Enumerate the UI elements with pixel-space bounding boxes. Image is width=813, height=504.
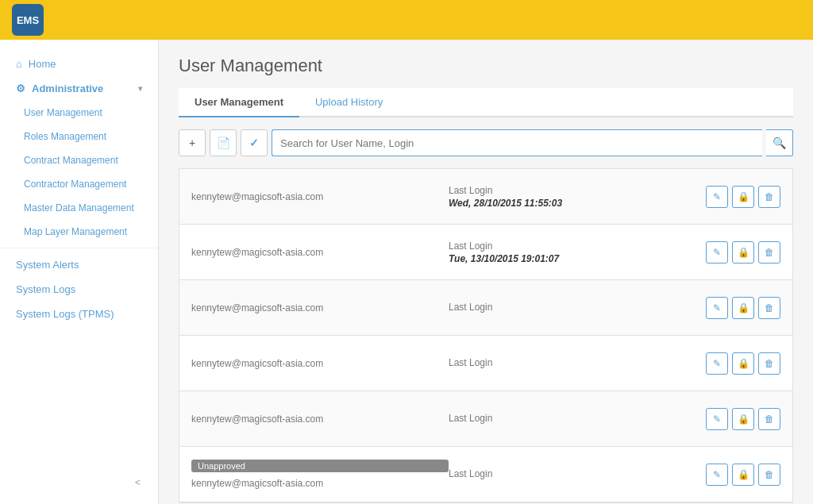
sidebar-item-system-logs[interactable]: System Logs: [0, 277, 158, 302]
sidebar-item-home[interactable]: Home: [0, 52, 158, 76]
last-login-date: Wed, 28/10/2015 11:55:03: [449, 198, 706, 209]
edit-button[interactable]: ✎: [706, 352, 728, 375]
lock-button[interactable]: 🔒: [732, 352, 754, 375]
plus-icon: +: [189, 137, 195, 149]
edit-button[interactable]: ✎: [706, 408, 728, 430]
trash-icon: 🗑: [765, 302, 774, 314]
search-button[interactable]: 🔍: [766, 129, 793, 156]
user-info: kennytew@magicsoft-asia.com: [191, 247, 449, 258]
user-login-info: Last Login: [449, 302, 706, 314]
edit-button[interactable]: ✎: [706, 186, 728, 208]
delete-button[interactable]: 🗑: [758, 464, 780, 486]
user-actions: ✎ 🔒 🗑: [706, 352, 780, 375]
edit-button[interactable]: ✎: [706, 241, 728, 264]
sidebar-item-label: User Management: [24, 107, 102, 118]
sidebar-item-user-management[interactable]: User Management: [0, 101, 158, 125]
doc-button[interactable]: 📄: [210, 129, 237, 156]
table-row: Unapproved kennytew@magicsoft-asia.com L…: [179, 447, 792, 502]
sidebar-collapse-button[interactable]: <: [135, 477, 141, 488]
user-login-info: Last Login: [449, 413, 706, 425]
sidebar-item-label: Contract Management: [24, 155, 118, 166]
sidebar-item-master-data-management[interactable]: Master Data Management: [0, 196, 158, 220]
user-actions: ✎ 🔒 🗑: [706, 186, 780, 208]
table-row: kennytew@magicsoft-asia.com Last Login W…: [179, 169, 792, 225]
page-title: User Management: [179, 56, 793, 76]
sidebar-item-label: Home: [29, 58, 56, 70]
user-email: kennytew@magicsoft-asia.com: [191, 414, 449, 425]
sidebar-item-system-alerts[interactable]: System Alerts: [0, 252, 158, 277]
main-content: User Management User Management Upload H…: [159, 40, 813, 504]
sidebar-item-administrative[interactable]: Administrative ▾: [0, 76, 158, 101]
sidebar-item-label: Contractor Management: [24, 179, 126, 190]
delete-button[interactable]: 🗑: [758, 352, 780, 375]
tab-user-management[interactable]: User Management: [179, 88, 299, 117]
lock-button[interactable]: 🔒: [732, 297, 754, 319]
last-login-label: Last Login: [449, 240, 706, 252]
search-input[interactable]: [272, 129, 762, 156]
edit-icon: ✎: [713, 414, 721, 425]
sidebar-item-label: System Logs: [16, 283, 75, 295]
sidebar-item-map-layer-management[interactable]: Map Layer Management: [0, 220, 158, 244]
table-row: kennytew@magicsoft-asia.com Last Login ✎…: [179, 280, 792, 336]
user-email: kennytew@magicsoft-asia.com: [191, 191, 449, 202]
lock-button[interactable]: 🔒: [732, 186, 754, 208]
delete-button[interactable]: 🗑: [758, 297, 780, 319]
sidebar-item-label: Administrative: [32, 83, 103, 94]
user-info: Unapproved kennytew@magicsoft-asia.com: [191, 460, 449, 489]
lock-button[interactable]: 🔒: [732, 241, 754, 264]
delete-button[interactable]: 🗑: [758, 408, 780, 430]
sidebar-item-system-logs-tpms[interactable]: System Logs (TPMS): [0, 302, 158, 326]
home-icon: [16, 58, 22, 70]
check-button[interactable]: ✓: [241, 129, 268, 156]
lock-icon: 🔒: [738, 358, 749, 369]
logo: EMS: [12, 4, 44, 36]
user-table: kennytew@magicsoft-asia.com Last Login W…: [179, 168, 793, 503]
sidebar: Home Administrative ▾ User Management Ro…: [0, 40, 159, 504]
edit-icon: ✎: [713, 247, 721, 258]
delete-button[interactable]: 🗑: [758, 241, 780, 264]
edit-icon: ✎: [713, 469, 721, 480]
trash-icon: 🗑: [765, 247, 774, 258]
edit-icon: ✎: [713, 191, 721, 202]
user-login-info: Last Login: [449, 357, 706, 370]
sidebar-item-label: Master Data Management: [24, 202, 134, 214]
add-user-button[interactable]: +: [179, 129, 206, 156]
last-login-date: Tue, 13/10/2015 19:01:07: [449, 253, 706, 264]
last-login-label: Last Login: [449, 468, 706, 479]
user-actions: ✎ 🔒 🗑: [706, 408, 780, 430]
sidebar-item-label: System Alerts: [16, 259, 79, 271]
check-icon: ✓: [249, 137, 259, 149]
table-row: kennytew@magicsoft-asia.com Last Login ✎…: [179, 336, 792, 391]
delete-button[interactable]: 🗑: [758, 186, 780, 208]
user-email: kennytew@magicsoft-asia.com: [191, 358, 449, 369]
user-actions: ✎ 🔒 🗑: [706, 297, 780, 319]
user-login-info: Last Login Wed, 28/10/2015 11:55:03: [449, 185, 706, 209]
lock-icon: 🔒: [738, 302, 749, 314]
trash-icon: 🗑: [765, 191, 774, 202]
user-info: kennytew@magicsoft-asia.com: [191, 358, 449, 369]
topbar: EMS: [0, 0, 813, 40]
user-email: kennytew@magicsoft-asia.com: [191, 247, 449, 258]
status-badge: Unapproved: [191, 460, 449, 472]
lock-button[interactable]: 🔒: [732, 408, 754, 430]
trash-icon: 🗑: [765, 414, 774, 425]
sidebar-divider: [0, 248, 158, 248]
sidebar-item-label: Roles Management: [24, 131, 106, 142]
edit-button[interactable]: ✎: [706, 464, 728, 486]
user-login-info: Last Login: [449, 468, 706, 481]
sidebar-item-contractor-management[interactable]: Contractor Management: [0, 172, 158, 196]
sidebar-item-roles-management[interactable]: Roles Management: [0, 125, 158, 148]
chevron-down-icon: ▾: [138, 84, 142, 93]
sidebar-item-contract-management[interactable]: Contract Management: [0, 148, 158, 172]
tab-upload-history[interactable]: Upload History: [299, 88, 399, 117]
search-icon: 🔍: [773, 137, 786, 149]
user-email: kennytew@magicsoft-asia.com: [191, 302, 449, 314]
last-login-label: Last Login: [449, 357, 706, 368]
lock-icon: 🔒: [738, 191, 749, 202]
lock-button[interactable]: 🔒: [732, 464, 754, 486]
user-info: kennytew@magicsoft-asia.com: [191, 414, 449, 425]
last-login-label: Last Login: [449, 413, 706, 424]
trash-icon: 🗑: [765, 358, 774, 369]
lock-icon: 🔒: [738, 414, 749, 425]
edit-button[interactable]: ✎: [706, 297, 728, 319]
